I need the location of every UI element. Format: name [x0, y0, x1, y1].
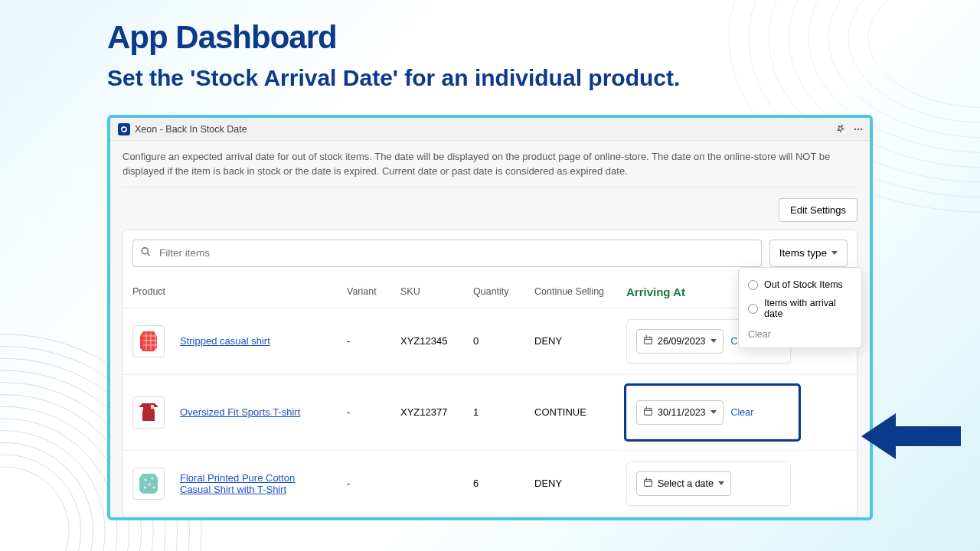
- items-type-dropdown: Out of Stock Items Items with arrival da…: [738, 267, 862, 348]
- product-link[interactable]: Floral Printed Pure Cotton Casual Shirt …: [180, 472, 314, 495]
- dropdown-option-label: Items with arrival date: [764, 298, 852, 319]
- svg-point-44: [144, 486, 146, 488]
- svg-line-24: [147, 253, 149, 256]
- date-picker-button[interactable]: Select a date: [636, 471, 731, 496]
- svg-point-0: [0, 467, 69, 551]
- filter-input[interactable]: [132, 240, 762, 267]
- cell-continue: DENY: [525, 450, 617, 517]
- calendar-icon: [643, 335, 653, 347]
- product-thumb: [132, 468, 165, 500]
- calendar-icon: [643, 478, 653, 490]
- arrival-date-card: 30/11/2023 Clear: [626, 386, 799, 439]
- date-picker-button[interactable]: 30/11/2023: [636, 400, 724, 425]
- svg-rect-31: [645, 337, 652, 344]
- edit-settings-button[interactable]: Edit Settings: [779, 198, 858, 222]
- calendar-icon: [643, 406, 653, 419]
- cell-continue: CONTINUE: [525, 374, 617, 450]
- product-thumb: [132, 325, 165, 357]
- radio-icon: [748, 280, 758, 290]
- svg-point-1: [0, 455, 81, 551]
- titlebar: Xeon - Back In Stock Date: [110, 118, 870, 141]
- callout-arrow-icon: [861, 409, 961, 463]
- cell-continue: DENY: [525, 308, 617, 374]
- cell-sku: [391, 450, 464, 517]
- table-row: Oversized Fit Sports T-shirt - XYZ12377 …: [123, 374, 857, 450]
- svg-point-43: [149, 483, 151, 485]
- svg-point-2: [0, 443, 93, 552]
- col-variant: Variant: [338, 276, 391, 308]
- chevron-down-icon: [831, 251, 838, 255]
- date-value: 30/11/2023: [658, 407, 706, 418]
- cell-variant: -: [338, 374, 391, 450]
- svg-rect-37: [645, 408, 652, 415]
- col-sku: SKU: [391, 276, 464, 308]
- cell-qty: 6: [464, 450, 525, 517]
- chevron-down-icon: [718, 481, 724, 485]
- clear-date-link[interactable]: Clear: [731, 407, 754, 418]
- items-type-label: Items type: [779, 247, 827, 259]
- dropdown-option-arrival-date[interactable]: Items with arrival date: [746, 294, 854, 323]
- svg-point-3: [0, 431, 105, 551]
- svg-rect-46: [645, 479, 652, 486]
- app-logo-icon: [118, 123, 130, 135]
- date-picker-button[interactable]: 26/09/2023: [636, 329, 724, 354]
- radio-icon: [748, 304, 758, 314]
- col-product: Product: [123, 276, 338, 308]
- product-link[interactable]: Stripped casual shirt: [180, 335, 270, 347]
- dropdown-option-out-of-stock[interactable]: Out of Stock Items: [746, 276, 854, 294]
- svg-marker-50: [861, 413, 961, 459]
- cell-qty: 0: [464, 308, 525, 374]
- more-icon[interactable]: [853, 124, 864, 135]
- svg-point-42: [152, 477, 154, 479]
- titlebar-title: Xeon - Back In Stock Date: [135, 124, 247, 135]
- svg-point-12: [868, 0, 980, 108]
- svg-point-45: [153, 486, 155, 488]
- dropdown-option-label: Out of Stock Items: [764, 279, 843, 290]
- chevron-down-icon: [710, 410, 717, 414]
- svg-rect-35: [142, 410, 155, 421]
- product-thumb: [132, 396, 165, 429]
- cell-variant: -: [338, 450, 391, 517]
- cell-sku: XYZ12345: [391, 308, 464, 374]
- arrival-date-card: Select a date: [626, 461, 791, 506]
- page-subhead: Set the 'Stock Arrival Date' for an indi…: [107, 65, 680, 91]
- product-link[interactable]: Oversized Fit Sports T-shirt: [180, 406, 300, 418]
- dropdown-clear[interactable]: Clear: [746, 323, 854, 341]
- svg-point-4: [0, 419, 117, 551]
- svg-point-21: [858, 128, 859, 129]
- svg-point-23: [142, 247, 148, 253]
- svg-point-41: [145, 478, 147, 481]
- app-window: Xeon - Back In Stock Date Configure an e…: [107, 115, 873, 520]
- cell-variant: -: [338, 308, 391, 374]
- svg-point-22: [861, 128, 862, 129]
- svg-point-20: [854, 128, 856, 129]
- table-row: Floral Printed Pure Cotton Casual Shirt …: [123, 450, 857, 517]
- search-icon: [140, 246, 152, 260]
- description-text: Configure an expected arrival date for o…: [122, 150, 858, 187]
- date-value: Select a date: [658, 478, 714, 489]
- cell-qty: 1: [464, 374, 525, 450]
- svg-point-13: [848, 0, 980, 123]
- chevron-down-icon: [710, 339, 717, 343]
- pin-icon[interactable]: [835, 124, 845, 135]
- cell-sku: XYZ12377: [391, 374, 464, 450]
- date-value: 26/09/2023: [658, 336, 706, 347]
- col-quantity: Quantity: [464, 276, 525, 308]
- svg-rect-36: [151, 405, 154, 409]
- items-type-button[interactable]: Items type: [769, 240, 848, 267]
- page-headline: App Dashboard: [107, 19, 337, 56]
- col-continue: Continue Selling: [525, 276, 617, 308]
